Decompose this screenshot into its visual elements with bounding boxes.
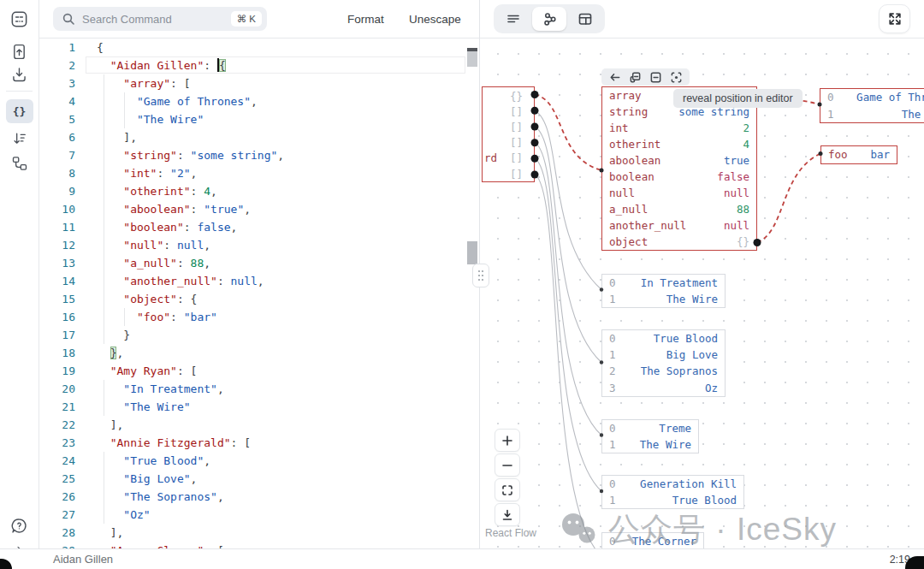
editor-line[interactable]: 28 ],: [39, 524, 479, 542]
selection-path: Aidan Gillen: [53, 553, 113, 566]
editor-line[interactable]: 19 "Amy Ryan": [: [39, 362, 479, 380]
graph-node-array-genkill[interactable]: 0Generation Kill1True Blood: [601, 475, 744, 509]
app-logo-icon[interactable]: [6, 7, 33, 31]
graph-canvas[interactable]: {}[][][]rd[][]array[]stringsome stringin…: [480, 38, 924, 548]
node-value: {}: [737, 235, 749, 248]
editor-scrollbar-thumb[interactable]: [467, 51, 477, 67]
line-code: },: [97, 344, 123, 362]
editor-line[interactable]: 24 "True Blood",: [39, 452, 479, 470]
line-code: "null": null,: [97, 236, 210, 254]
panel-resize-handle[interactable]: [472, 264, 489, 287]
import-file-icon[interactable]: [6, 39, 33, 63]
array-index: 1: [609, 348, 623, 361]
line-number: 6: [39, 128, 75, 146]
editor-line[interactable]: 23 "Annie Fitzgerald": [: [39, 434, 479, 452]
node-key: foo: [828, 148, 848, 161]
array-index: 1: [609, 438, 623, 451]
line-number: 28: [39, 524, 75, 542]
line-code: "Oz": [97, 506, 151, 524]
graph-node-array-annie[interactable]: 0True Blood1Big Love2The Sopranos3Oz: [601, 329, 726, 397]
line-number: 12: [39, 236, 75, 254]
graph-node-array-treme[interactable]: 0Treme1The Wire: [601, 419, 699, 453]
sort-icon[interactable]: [6, 127, 33, 151]
editor-line[interactable]: 16 "foo": "bar": [39, 308, 479, 326]
line-number: 26: [39, 488, 75, 506]
editor-line[interactable]: 4 "Game of Thrones",: [39, 92, 479, 110]
editor-line[interactable]: 25 "Big Love",: [39, 470, 479, 488]
editor-line[interactable]: 12 "null": null,: [39, 236, 479, 254]
editor-line[interactable]: 22 ],: [39, 416, 479, 434]
graph-node-foo-object[interactable]: foobar: [820, 145, 897, 164]
edge: [535, 127, 601, 363]
graph-node-array-got[interactable]: 0Game of Thrones1The Wire: [820, 88, 924, 123]
focus-node-icon[interactable]: [670, 71, 683, 84]
view-mode-segmented-control: [494, 4, 605, 33]
node-row: object{}: [602, 234, 756, 250]
flow-view-icon[interactable]: [6, 151, 33, 175]
line-code: "string": "some string",: [97, 146, 284, 164]
editor-line[interactable]: 9 "otherint": 4,: [39, 182, 479, 200]
unescape-button[interactable]: Unescape: [409, 0, 461, 38]
editor-line[interactable]: 18 },: [39, 344, 479, 362]
editor-line[interactable]: 1{: [39, 39, 479, 56]
line-number: 24: [39, 452, 75, 470]
graph-node-aidan-gillen-object[interactable]: array[]stringsome stringint2otherint4abo…: [601, 86, 757, 251]
node-key: object: [609, 235, 648, 248]
json-editor-view-icon[interactable]: {}: [6, 99, 33, 123]
zoom-in-button[interactable]: [495, 429, 520, 452]
json-code-editor[interactable]: 1{2 "Aidan Gillen": {3 "array": [4 "Game…: [39, 38, 479, 548]
zoom-out-button[interactable]: [495, 453, 520, 477]
graph-node-root[interactable]: {}[][][]rd[][]: [482, 86, 535, 182]
editor-line[interactable]: 17 }: [39, 326, 479, 344]
line-number: 17: [39, 326, 75, 344]
editor-line[interactable]: 20 "In Treatment",: [39, 380, 479, 398]
editor-line[interactable]: 6 ],: [39, 128, 479, 146]
fit-view-button[interactable]: [495, 478, 520, 501]
node-row: 3Oz: [602, 380, 725, 396]
collapse-node-icon[interactable]: [649, 71, 662, 84]
editor-line[interactable]: 2 "Aidan Gillen": {: [39, 56, 479, 74]
line-code: "True Blood",: [97, 452, 210, 470]
line-number: 2: [39, 56, 75, 74]
line-number: 4: [39, 92, 75, 110]
node-value: true: [724, 154, 749, 167]
editor-line[interactable]: 27 "Oz": [39, 506, 479, 524]
search-command-input[interactable]: Search Command ⌘ K: [53, 7, 267, 31]
table-view-button[interactable]: [568, 7, 602, 31]
editor-line[interactable]: 29 "Anwan Glover": [: [39, 542, 479, 548]
editor-line[interactable]: 26 "The Sopranos",: [39, 488, 479, 506]
node-row: []: [483, 104, 534, 119]
editor-line[interactable]: 7 "string": "some string",: [39, 146, 479, 164]
download-icon[interactable]: [6, 62, 33, 86]
fullscreen-button[interactable]: [879, 4, 910, 33]
editor-line[interactable]: 10 "aboolean": "true",: [39, 200, 479, 218]
editor-line[interactable]: 8 "int": "2",: [39, 164, 479, 182]
search-placeholder: Search Command: [82, 13, 231, 26]
help-icon[interactable]: [6, 513, 33, 537]
line-code: ],: [97, 128, 137, 146]
editor-line[interactable]: 5 "The Wire": [39, 110, 479, 128]
editor-line[interactable]: 15 "object": {: [39, 290, 479, 308]
editor-line[interactable]: 21 "The Wire": [39, 398, 479, 416]
format-button[interactable]: Format: [347, 0, 384, 38]
copy-collapse-icon[interactable]: [629, 71, 642, 84]
array-item-value: True Blood: [623, 332, 718, 345]
graph-view-button[interactable]: [532, 7, 566, 31]
editor-line[interactable]: 3 "array": [: [39, 74, 479, 92]
graph-node-array-corner[interactable]: 0The Corner: [601, 532, 704, 548]
array-item-value: Big Love: [623, 348, 718, 361]
line-code: "otherint": 4,: [97, 182, 217, 200]
editor-line[interactable]: 11 "boolean": false,: [39, 218, 479, 236]
edge-selected: [757, 154, 820, 243]
node-key: array: [609, 89, 642, 102]
list-view-button[interactable]: [496, 7, 530, 31]
search-icon: [62, 12, 75, 26]
graph-node-array-amy[interactable]: 0In Treatment1The Wire: [601, 274, 726, 308]
node-row: 1The Wire: [602, 436, 698, 453]
editor-line[interactable]: 14 "another_null": null,: [39, 272, 479, 290]
download-image-button[interactable]: [495, 503, 520, 526]
node-row: []: [483, 119, 534, 134]
editor-line[interactable]: 13 "a_null": 88,: [39, 254, 479, 272]
node-row: 1True Blood: [602, 492, 743, 508]
back-arrow-icon[interactable]: [608, 71, 621, 84]
